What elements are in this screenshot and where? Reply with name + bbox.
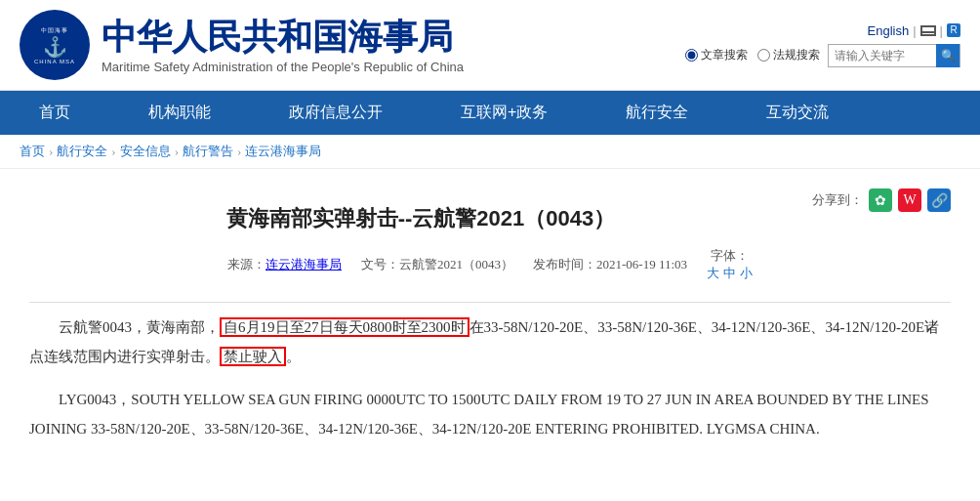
logo-anchor: ⚓ (43, 35, 67, 59)
meta-doc: 文号：云航警2021（0043） (361, 256, 513, 273)
nav-institutions[interactable]: 机构职能 (109, 91, 250, 135)
email-icon[interactable] (920, 25, 936, 36)
site-title-area: 中华人民共和国海事局 Maritime Safety Administratio… (102, 16, 464, 74)
radio-regulation-label: 法规搜索 (773, 47, 820, 63)
share-bar: 分享到： ✿ W 🔗 (812, 188, 951, 212)
page-header: 中国海事 ⚓ CHINA MSA 中华人民共和国海事局 Maritime Saf… (0, 0, 980, 91)
radio-article-input[interactable] (685, 49, 698, 62)
english-link[interactable]: English (868, 23, 910, 38)
share-wechat[interactable]: ✿ (869, 188, 892, 212)
breadcrumb-safety-info[interactable]: 安全信息 (120, 143, 171, 160)
sep-4: › (237, 144, 241, 159)
radio-article-label: 文章搜索 (701, 47, 748, 63)
content-area: 分享到： ✿ W 🔗 黄海南部实弹射击--云航警2021（0043） 来源：连云… (0, 169, 980, 477)
divider-2: | (940, 23, 943, 38)
meta-date: 发布时间：2021-06-19 11:03 (533, 256, 687, 273)
article-meta: 来源：连云港海事局 文号：云航警2021（0043） 发布时间：2021-06-… (29, 247, 951, 282)
search-input[interactable] (829, 45, 936, 66)
source-link[interactable]: 连云港海事局 (265, 257, 342, 271)
logo: 中国海事 ⚓ CHINA MSA (20, 10, 90, 80)
breadcrumb-home[interactable]: 首页 (20, 143, 45, 160)
doc-label: 文号： (361, 257, 399, 271)
radio-regulation[interactable]: 法规搜索 (757, 47, 820, 63)
doc-value: 云航警2021（0043） (399, 257, 513, 271)
meta-source: 来源：连云港海事局 (227, 256, 342, 273)
font-label: 字体： (711, 248, 749, 263)
font-medium[interactable]: 中 (723, 265, 736, 282)
highlight-date-time: 自6月19日至27日每天0800时至2300时 (220, 317, 470, 337)
body-paragraph-en: LYG0043，SOUTH YELLOW SEA GUN FIRING 0000… (29, 385, 951, 443)
site-title-zh: 中华人民共和国海事局 (102, 16, 464, 58)
font-large[interactable]: 大 (707, 265, 719, 282)
date-label: 发布时间： (533, 257, 596, 271)
divider (29, 302, 951, 303)
breadcrumb-nav-warning[interactable]: 航行警告 (183, 143, 233, 160)
search-type-group: 文章搜索 法规搜索 (685, 47, 820, 63)
main-nav: 首页 机构职能 政府信息公开 互联网+政务 航行安全 互动交流 (0, 91, 980, 135)
divider-1: | (913, 23, 916, 38)
top-links: English | | R (868, 23, 960, 38)
site-title-en: Maritime Safety Administration of the Pe… (102, 60, 464, 74)
nav-gov-info[interactable]: 政府信息公开 (250, 91, 422, 135)
search-area: 文章搜索 法规搜索 🔍 (685, 44, 960, 67)
breadcrumb-nav-safety[interactable]: 航行安全 (57, 143, 107, 160)
nav-home[interactable]: 首页 (0, 91, 109, 135)
rss-icon[interactable]: R (947, 23, 960, 37)
nav-internet-plus[interactable]: 互联网+政务 (422, 91, 587, 135)
logo-msa: CHINA MSA (34, 59, 75, 64)
highlight-no-entry: 禁止驶入 (220, 347, 286, 366)
search-box: 🔍 (828, 44, 960, 67)
body-paragraph-zh: 云航警0043，黄海南部，自6月19日至27日每天0800时至2300时在33-… (29, 313, 951, 371)
radio-article[interactable]: 文章搜索 (685, 47, 748, 63)
search-button[interactable]: 🔍 (936, 44, 960, 67)
breadcrumb: 首页 › 航行安全 › 安全信息 › 航行警告 › 连云港海事局 (0, 135, 980, 169)
source-label: 来源： (227, 257, 265, 271)
share-label: 分享到： (812, 191, 863, 209)
nav-navigation-safety[interactable]: 航行安全 (587, 91, 727, 135)
radio-regulation-input[interactable] (757, 49, 770, 62)
font-controls: 大 中 小 (707, 265, 753, 282)
font-small[interactable]: 小 (740, 265, 753, 282)
share-weibo[interactable]: W (898, 188, 921, 212)
sep-3: › (175, 144, 179, 159)
nav-interaction[interactable]: 互动交流 (727, 91, 868, 135)
breadcrumb-lyg-msa[interactable]: 连云港海事局 (245, 143, 321, 160)
article-body: 云航警0043，黄海南部，自6月19日至27日每天0800时至2300时在33-… (29, 313, 951, 443)
header-right: English | | R 文章搜索 法规搜索 🔍 (685, 23, 960, 67)
sep-1: › (49, 144, 53, 159)
date-value: 2021-06-19 11:03 (596, 257, 687, 271)
share-link[interactable]: 🔗 (927, 188, 951, 212)
meta-font: 字体： 大 中 小 (707, 247, 753, 282)
logo-cn-top: 中国海事 (41, 26, 68, 35)
sep-2: › (111, 144, 115, 159)
header-left: 中国海事 ⚓ CHINA MSA 中华人民共和国海事局 Maritime Saf… (20, 10, 464, 80)
